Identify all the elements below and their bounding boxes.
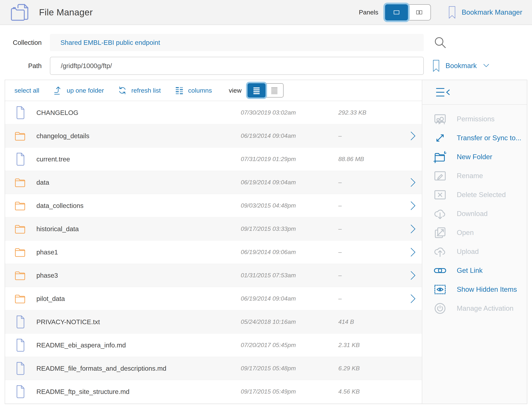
- get-link-icon: [433, 264, 447, 278]
- select-all-button[interactable]: select all: [14, 87, 39, 94]
- up-one-folder-button[interactable]: up one folder: [53, 85, 104, 95]
- folder-icon: [14, 175, 26, 190]
- view-toggle: [247, 83, 284, 97]
- table-row[interactable]: README_ebi_aspera_info.md 07/20/2017 05:…: [5, 333, 422, 357]
- file-size: 414 B: [338, 318, 404, 325]
- open-icon: [433, 226, 447, 240]
- chevron-right-icon: [410, 247, 416, 257]
- sidebar-action-get-link[interactable]: Get Link: [422, 261, 527, 280]
- table-row[interactable]: changelog_details 06/19/2014 09:04am –: [5, 124, 422, 148]
- file-date: 05/24/2018 10:16am: [241, 318, 338, 325]
- single-panel-button[interactable]: [385, 4, 408, 20]
- table-row[interactable]: CHANGELOG 07/30/2019 03:02am 292.33 KB: [5, 101, 422, 124]
- bookmark-manager-label: Bookmark Manager: [462, 8, 522, 16]
- file-date: 06/19/2014 09:06am: [241, 249, 338, 255]
- file-date: 07/20/2017 05:45pm: [241, 342, 338, 348]
- permissions-icon: [433, 112, 447, 126]
- sidebar-action-rename: Rename: [422, 166, 527, 185]
- file-area: select all up one folder refresh list co…: [5, 80, 422, 404]
- file-name: CHANGELOG: [36, 109, 241, 116]
- file-date: 06/19/2014 09:04am: [241, 179, 338, 186]
- sidebar-action-open: Open: [422, 223, 527, 242]
- table-row[interactable]: phase3 01/31/2015 07:53am –: [5, 264, 422, 287]
- file-size: –: [338, 132, 404, 139]
- rename-icon: [433, 169, 447, 183]
- collection-label: Collection: [0, 39, 42, 46]
- bookmark-icon: [432, 60, 440, 72]
- sidebar-header: [422, 80, 527, 105]
- file-name: historical_data: [36, 225, 241, 233]
- list-view-button[interactable]: [247, 83, 266, 97]
- file-date: 07/31/2019 01:29pm: [241, 156, 338, 162]
- sidebar-action-download: Download: [422, 204, 527, 223]
- search-button[interactable]: [434, 36, 447, 49]
- table-row[interactable]: PRIVACY-NOTICE.txt 05/24/2018 10:16am 41…: [5, 310, 422, 333]
- sidebar-action-new-folder[interactable]: New Folder: [422, 147, 527, 166]
- chevron-right-icon: [410, 224, 416, 234]
- single-panel-icon: [391, 8, 402, 17]
- sidebar-action-transfer-or-sync-to[interactable]: Transfer or Sync to...: [422, 128, 527, 147]
- sidebar-action-manage-activation: Manage Activation: [422, 299, 527, 318]
- open-folder-chevron[interactable]: [404, 271, 422, 280]
- table-row[interactable]: pilot_data 06/19/2014 09:04am –: [5, 287, 422, 310]
- table-row[interactable]: README_ftp_site_structure.md 09/17/2015 …: [5, 380, 422, 403]
- table-row[interactable]: README_file_formats_and_descriptions.md …: [5, 357, 422, 380]
- bookmark-label: Bookmark: [445, 62, 477, 70]
- sidebar-items: Permissions Transfer or Sync to... New F…: [422, 105, 527, 318]
- sidebar-action-show-hidden-items[interactable]: Show Hidden Items: [422, 280, 527, 299]
- file-name: README_ebi_aspera_info.md: [36, 341, 241, 349]
- file-name: data: [36, 179, 241, 186]
- file-date: 09/03/2015 04:48pm: [241, 202, 338, 209]
- file-date: 09/17/2015 05:49pm: [241, 388, 338, 395]
- file-name: changelog_details: [36, 132, 241, 140]
- delete-icon: [433, 188, 447, 202]
- file-date: 06/19/2014 09:04am: [241, 295, 338, 302]
- up-one-folder-icon: [53, 85, 62, 95]
- upload-icon: [433, 245, 447, 259]
- file-icon: [14, 152, 26, 166]
- open-folder-chevron[interactable]: [404, 224, 422, 234]
- file-list: CHANGELOG 07/30/2019 03:02am 292.33 KB c…: [5, 101, 422, 404]
- file-name: phase1: [36, 248, 241, 256]
- file-browser-panel: select all up one folder refresh list co…: [5, 80, 527, 404]
- path-input[interactable]: /gridftp/1000g/ftp/: [50, 57, 424, 75]
- bookmark-dropdown-button[interactable]: Bookmark: [432, 60, 490, 72]
- open-folder-chevron[interactable]: [404, 247, 422, 257]
- open-folder-chevron[interactable]: [404, 201, 422, 211]
- folder-icon: [14, 268, 26, 282]
- folder-icon: [14, 245, 26, 259]
- file-name: phase3: [36, 272, 241, 279]
- table-row[interactable]: current.tree 07/31/2019 01:29pm 88.86 MB: [5, 148, 422, 171]
- folder-icon: [14, 129, 26, 143]
- refresh-list-button[interactable]: refresh list: [117, 85, 161, 95]
- table-row[interactable]: phase1 06/19/2014 09:06am –: [5, 241, 422, 264]
- columns-button[interactable]: columns: [174, 85, 212, 95]
- table-row[interactable]: data 06/19/2014 09:04am –: [5, 171, 422, 194]
- chevron-down-icon: [482, 63, 490, 69]
- collapse-sidebar-icon[interactable]: [434, 86, 452, 98]
- file-name: PRIVACY-NOTICE.txt: [36, 318, 241, 326]
- open-folder-chevron[interactable]: [404, 294, 422, 304]
- file-size: –: [338, 272, 404, 279]
- table-row[interactable]: data_collections 09/03/2015 04:48pm –: [5, 194, 422, 217]
- file-name: README_file_formats_and_descriptions.md: [36, 365, 241, 372]
- actions-sidebar: Permissions Transfer or Sync to... New F…: [422, 80, 527, 404]
- bookmark-manager-link[interactable]: Bookmark Manager: [448, 6, 522, 19]
- open-folder-chevron[interactable]: [404, 178, 422, 187]
- refresh-icon: [117, 85, 127, 95]
- path-label: Path: [0, 62, 42, 69]
- collection-input[interactable]: Shared EMBL-EBI public endpoint: [50, 34, 424, 51]
- columns-icon: [174, 85, 184, 95]
- open-folder-chevron[interactable]: [404, 131, 422, 141]
- compact-view-button[interactable]: [266, 83, 284, 97]
- file-date: 06/19/2014 09:04am: [241, 132, 338, 139]
- file-icon: [14, 315, 26, 329]
- dual-panel-button[interactable]: [408, 4, 431, 20]
- file-size: 88.86 MB: [338, 156, 404, 162]
- file-size: 4.56 KB: [338, 388, 404, 395]
- manage-activation-icon: [433, 301, 447, 315]
- chevron-right-icon: [410, 178, 416, 187]
- table-row[interactable]: historical_data 09/17/2015 03:33pm –: [5, 217, 422, 241]
- chevron-right-icon: [410, 131, 416, 141]
- file-size: –: [338, 295, 404, 302]
